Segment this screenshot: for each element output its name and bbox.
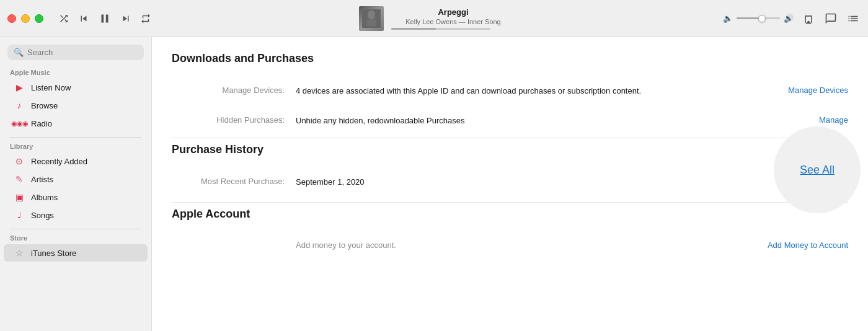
close-button[interactable] <box>7 14 16 23</box>
manage-devices-label: Manage Devices: <box>172 85 296 95</box>
downloads-section-title: Downloads and Purchases <box>172 52 848 65</box>
progress-bar-container[interactable] <box>391 28 515 30</box>
most-recent-purchase-label: Most Recent Purchase: <box>172 176 296 186</box>
hidden-purchases-value: Unhide any hidden, redownloadable Purcha… <box>296 115 794 127</box>
manage-devices-link[interactable]: Manage Devices <box>763 85 848 95</box>
sidebar-item-artists-label: Artists <box>31 175 53 184</box>
manage-devices-value: 4 devices are associated with this Apple… <box>296 85 763 97</box>
see-all-bubble[interactable]: See All <box>774 126 861 213</box>
search-icon: 🔍 <box>14 48 24 57</box>
airplay-button[interactable] <box>801 11 816 26</box>
svg-rect-2 <box>367 19 376 26</box>
add-money-row: Add money to your account. Add Money to … <box>172 232 848 258</box>
apple-account-title: Apple Account <box>172 208 848 221</box>
next-button[interactable] <box>120 13 131 24</box>
content-area: Downloads and Purchases Manage Devices: … <box>152 37 868 331</box>
traffic-lights <box>7 14 43 23</box>
manage-devices-row: Manage Devices: 4 devices are associated… <box>172 76 848 106</box>
manage-hidden-link[interactable]: Manage <box>794 115 848 125</box>
sidebar-item-recently-added-label: Recently Added <box>31 157 87 166</box>
section-divider-1 <box>172 138 848 138</box>
sidebar-item-songs[interactable]: ♩ Songs <box>4 206 148 224</box>
track-artist: Kelly Lee Owens — Inner Song <box>391 18 515 25</box>
repeat-button[interactable] <box>140 13 151 24</box>
search-bar[interactable]: 🔍 <box>7 45 144 60</box>
library-label: Library <box>0 143 151 150</box>
sidebar-item-albums-label: Albums <box>31 193 58 202</box>
hidden-purchases-row: Hidden Purchases: Unhide any hidden, red… <box>172 106 848 136</box>
title-bar: Arpeggi Kelly Lee Owens — Inner Song 🔈 🔊 <box>0 0 868 37</box>
sidebar-item-itunes-store[interactable]: ☆ iTunes Store <box>4 244 148 262</box>
section-divider-2 <box>172 202 848 203</box>
previous-button[interactable] <box>78 13 89 24</box>
apple-account-section: Apple Account Add money to your account.… <box>172 208 848 258</box>
sidebar-item-listen-now-label: Listen Now <box>31 83 71 92</box>
albums-icon: ▣ <box>14 192 25 203</box>
track-title: Arpeggi <box>391 7 515 17</box>
most-recent-purchase-value: September 1, 2020 <box>296 176 749 188</box>
sidebar-item-artists[interactable]: ✎ Artists <box>4 170 148 188</box>
track-info: Arpeggi Kelly Lee Owens — Inner Song <box>391 7 515 30</box>
volume-bar[interactable] <box>737 17 780 19</box>
volume-high-icon: 🔊 <box>784 14 794 23</box>
hidden-purchases-label: Hidden Purchases: <box>172 115 296 125</box>
progress-bar[interactable] <box>391 28 490 30</box>
sidebar: 🔍 Apple Music ▶ Listen Now ♪ Browse ◉◉◉ … <box>0 37 152 331</box>
pause-button[interactable] <box>98 12 112 25</box>
add-money-value: Add money to your account. <box>296 241 743 250</box>
minimize-button[interactable] <box>21 14 30 23</box>
sidebar-divider-2 <box>10 229 141 229</box>
sidebar-item-browse-label: Browse <box>31 101 58 110</box>
most-recent-purchase-row: Most Recent Purchase: September 1, 2020 <box>172 167 848 197</box>
radio-icon: ◉◉◉ <box>14 118 25 129</box>
sidebar-item-itunes-store-label: iTunes Store <box>31 249 76 258</box>
main-layout: 🔍 Apple Music ▶ Listen Now ♪ Browse ◉◉◉ … <box>0 37 868 331</box>
right-controls: 🔈 🔊 <box>723 11 861 26</box>
maximize-button[interactable] <box>35 14 43 23</box>
songs-icon: ♩ <box>14 210 25 221</box>
sidebar-item-recently-added[interactable]: ⊙ Recently Added <box>4 152 148 170</box>
sidebar-item-listen-now[interactable]: ▶ Listen Now <box>4 79 148 96</box>
see-all-link[interactable]: See All <box>800 164 835 177</box>
queue-button[interactable] <box>846 11 861 26</box>
sidebar-item-browse[interactable]: ♪ Browse <box>4 97 148 114</box>
sidebar-divider-1 <box>10 137 141 138</box>
add-money-link[interactable]: Add Money to Account <box>743 241 848 250</box>
sidebar-item-radio[interactable]: ◉◉◉ Radio <box>4 115 148 132</box>
purchase-history-title: Purchase History <box>172 143 848 156</box>
recently-added-icon: ⊙ <box>14 156 25 167</box>
artists-icon: ✎ <box>14 174 25 185</box>
sidebar-item-radio-label: Radio <box>31 119 52 128</box>
itunes-store-icon: ☆ <box>14 247 25 258</box>
store-label: Store <box>0 234 151 242</box>
sidebar-item-songs-label: Songs <box>31 211 54 220</box>
volume-knob[interactable] <box>758 15 766 22</box>
album-art <box>359 6 384 31</box>
search-input[interactable] <box>27 48 138 57</box>
shuffle-button[interactable] <box>58 13 69 24</box>
volume-control[interactable]: 🔈 🔊 <box>723 14 794 23</box>
volume-low-icon: 🔈 <box>723 14 733 23</box>
now-playing-area: Arpeggi Kelly Lee Owens — Inner Song <box>151 6 723 31</box>
listen-now-icon: ▶ <box>14 82 25 93</box>
apple-music-label: Apple Music <box>0 69 151 76</box>
sidebar-item-albums[interactable]: ▣ Albums <box>4 188 148 206</box>
lyrics-button[interactable] <box>823 11 838 26</box>
browse-icon: ♪ <box>14 100 25 111</box>
progress-fill <box>391 28 436 30</box>
playback-controls <box>58 12 151 25</box>
svg-point-1 <box>368 10 375 19</box>
